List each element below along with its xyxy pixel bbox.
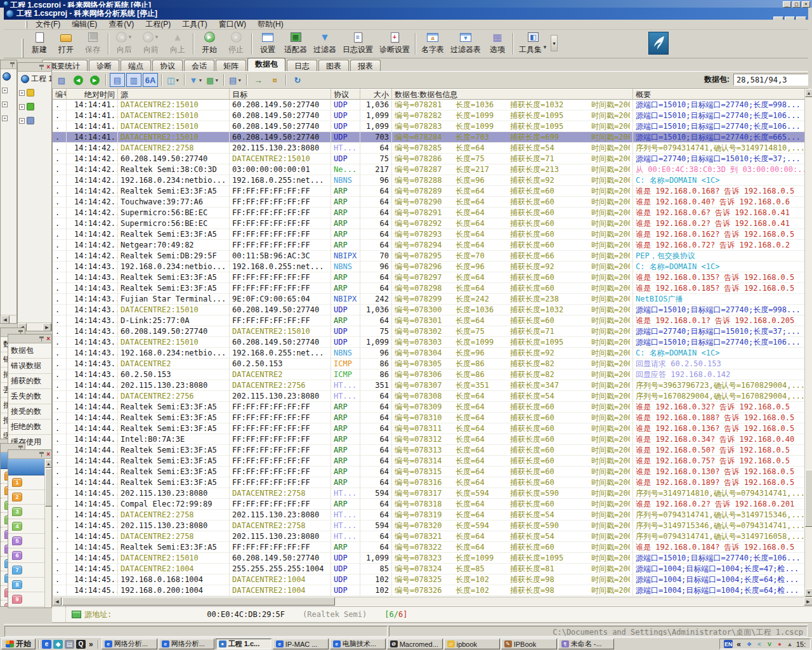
dropdown-arrow-icon[interactable]: ▼	[198, 78, 202, 83]
toolbar-overflow-button[interactable]: ▾	[551, 35, 558, 51]
packet-row[interactable]: .14:14:42...Netgear:70:49:82FF:FF:FF:FF:…	[53, 240, 805, 251]
column-header-6[interactable]: 数据包:数据包信息	[392, 89, 633, 100]
taskbar-task[interactable]: ØMacromed...	[387, 639, 443, 649]
vertical-scrollbar[interactable]: ▲ ▼	[804, 89, 812, 597]
menu-工程[interactable]: 工程(P)	[140, 18, 176, 30]
packet-row[interactable]: .14:14:44...Realtek Semi:E3:3F:A5FF:FF:F…	[53, 456, 805, 467]
tray-collapse-chevron[interactable]: «	[735, 640, 743, 649]
expand-icon[interactable]: +	[19, 118, 25, 124]
packet-row[interactable]: .14:14:43...192.168.0.234:netbio...192.1…	[53, 348, 805, 359]
tray-icon-3[interactable]: V	[765, 640, 774, 648]
name-table-button[interactable]: a名字表	[418, 30, 447, 57]
packet-row[interactable]: .14:14:42...Realtek Semi:E3:3F:A5FF:FF:F…	[53, 186, 805, 197]
graph-list-item[interactable]: 8	[8, 578, 44, 592]
packet-row[interactable]: .14:14:43...DATACENTRE2:1501060.208.149.…	[53, 337, 805, 348]
taskbar-task[interactable]: ▱ipbook	[444, 639, 500, 649]
dropdown-arrow-icon[interactable]: ▼	[542, 44, 547, 55]
display-options-button[interactable]: ▤▼	[228, 73, 243, 87]
tray-icon-5[interactable]: ▲	[785, 640, 794, 648]
packet-row[interactable]: .14:14:43...60.2.50.153DATACENTRE2ICMP86…	[53, 369, 805, 380]
column-header-4[interactable]: 协议	[331, 89, 360, 100]
tab-矩阵[interactable]: 矩阵	[216, 60, 246, 71]
statistic-item[interactable]: 拒绝的数	[8, 420, 51, 435]
horizontal-scroll-thumb[interactable]	[62, 597, 335, 606]
packet-row[interactable]: .14:14:42...192.168.0.234:netbio...192.1…	[53, 175, 805, 186]
start-button[interactable]: 开始	[1, 639, 36, 649]
packet-row[interactable]: .14:14:43...Fujian Star Terminal...9E:0F…	[53, 294, 805, 305]
packet-row[interactable]: .14:14:45...DATACENTRE2:2758202.115.130.…	[53, 510, 805, 521]
maximize-button[interactable]: □	[792, 1, 801, 8]
graph-list-item[interactable]: 5	[8, 534, 44, 548]
packet-row[interactable]: .14:14:45...202.115.130.23:8080DATACENTR…	[53, 488, 805, 499]
packet-row[interactable]: .14:14:45...192.168.0.200:1004DATACENTRE…	[53, 585, 805, 596]
scroll-right-button[interactable]: ▶	[43, 323, 51, 331]
go-back-button[interactable]: ◀	[70, 73, 86, 87]
packet-row[interactable]: .14:14:41...DATACENTRE2:1501060.208.149.…	[53, 100, 805, 110]
graph-list-item[interactable]: 7	[8, 563, 44, 578]
scroll-up-button[interactable]: ▲	[805, 89, 812, 97]
packet-row[interactable]: .14:14:44...Realtek Semi:E3:3F:A5FF:FF:F…	[53, 445, 805, 456]
packet-row[interactable]: .14:14:43...D-Link:25:77:0AFF:FF:FF:FF:F…	[53, 315, 805, 326]
statistic-item[interactable]: 数据包	[8, 343, 51, 359]
log-settings-button[interactable]: ≡日志设置	[339, 30, 376, 57]
dropdown-arrow-icon[interactable]: ▼	[175, 78, 180, 83]
hex-pane-toggle[interactable]: 6A	[143, 73, 158, 87]
toolbar-grip[interactable]	[22, 39, 23, 58]
taskbar-task[interactable]: e网络分析...	[159, 639, 214, 649]
packet-filter-button[interactable]: ▼▼	[188, 73, 204, 87]
filter-button[interactable]: ▼过滤器	[310, 30, 339, 57]
column-header-2[interactable]: 源	[118, 89, 230, 100]
packet-row[interactable]: .14:14:45...192.168.0.168:1004DATACENTRE…	[53, 574, 805, 585]
toolbar-grip[interactable]	[25, 21, 27, 29]
dropdown-arrow-icon[interactable]: ▼	[237, 78, 242, 83]
packet-row[interactable]: .14:14:45...Compal Elec:72:99:89FF:FF:FF…	[53, 499, 805, 510]
packet-row[interactable]: .14:14:42...Touchwave:39:77:A6FF:FF:FF:F…	[53, 197, 805, 208]
menu-编辑[interactable]: 编辑(E)	[66, 18, 103, 30]
packet-row[interactable]: .14:14:43...192.168.0.234:netbio...192.1…	[53, 262, 805, 272]
taskbar-task[interactable]: ¶未命名 -...	[558, 639, 614, 649]
graph-list-item[interactable]: 4	[8, 519, 44, 534]
menu-工具[interactable]: 工具(T)	[176, 18, 213, 30]
pin-icon[interactable]	[39, 64, 44, 70]
column-header-0[interactable]: 编号	[53, 89, 67, 100]
packet-display-button[interactable]: ▨	[54, 73, 69, 87]
packet-row[interactable]: .14:14:42...DATACENTRE2:2758202.115.130.…	[53, 143, 805, 154]
packet-row[interactable]: .14:14:44...Realtek Semi:E3:3F:A5FF:FF:F…	[53, 467, 805, 477]
scroll-down-button[interactable]: ▼	[805, 588, 812, 597]
menu-帮助[interactable]: 帮助(H)	[252, 18, 289, 30]
packet-row[interactable]: .14:14:45...202.115.130.23:8080DATACENTR…	[53, 521, 805, 531]
tray-icon-2[interactable]: <	[755, 640, 764, 648]
dropdown-arrow-icon[interactable]: ▼	[128, 34, 133, 40]
tab-日志[interactable]: 日志	[287, 60, 317, 71]
packet-row[interactable]: .14:14:44...202.115.130.23:8080DATACENTR…	[53, 380, 805, 391]
expand-icon[interactable]: +	[2, 88, 8, 93]
language-indicator[interactable]: EN	[724, 640, 733, 648]
column-header-7[interactable]: 概要	[633, 89, 805, 100]
diagnostic-settings-button[interactable]: +诊断设置	[376, 30, 413, 57]
tray-icon-1[interactable]: ❖	[745, 640, 754, 648]
packet-row[interactable]: .14:14:41...DATACENTRE2:1501060.208.149.…	[53, 132, 805, 143]
packet-row[interactable]: .14:14:42...60.208.149.50:27740DATACENTR…	[53, 154, 805, 164]
packet-row[interactable]: .14:14:45...DATACENTRE2:2758202.115.130.…	[53, 531, 805, 542]
packet-row[interactable]: .14:14:44...Realtek Semi:E3:3F:A5FF:FF:F…	[53, 402, 805, 413]
taskbar-task[interactable]: ●工程 1.c...	[216, 639, 272, 649]
graph-list-item[interactable]: 3	[8, 505, 44, 519]
statistic-item[interactable]: 错误数据	[8, 359, 51, 374]
packet-row[interactable]: .14:14:44...DATACENTRE2:2756202.115.130.…	[53, 391, 805, 402]
auto-refresh-button[interactable]: ↻	[290, 73, 305, 87]
tab-诊断[interactable]: 诊断	[89, 60, 119, 71]
packet-row[interactable]: .14:14:43...Realtek Semi:E3:3F:A5FF:FF:F…	[53, 283, 805, 294]
filter-table-button[interactable]: ▼过滤器表	[447, 30, 484, 57]
quicklaunch-overflow-chevron[interactable]: »	[87, 640, 95, 649]
pin-icon[interactable]	[10, 62, 15, 67]
statistic-item[interactable]: 接受的数	[8, 404, 51, 420]
packet-row[interactable]: .14:14:44...Realtek Semi:E3:3F:A5FF:FF:F…	[53, 413, 805, 423]
open-button[interactable]: 打开	[53, 30, 79, 57]
packet-row[interactable]: .14:14:43...DATACENTRE2:1501060.208.149.…	[53, 305, 805, 315]
packet-row[interactable]: .14:14:43...DATACENTRE260.2.50.153ICMP86…	[53, 359, 805, 369]
close-panel-icon[interactable]: ×	[46, 451, 50, 457]
menu-窗口[interactable]: 窗口(W)	[213, 18, 252, 30]
taskbar-task[interactable]: eIP-MAC ...	[273, 639, 329, 649]
menu-查看[interactable]: 查看(V)	[103, 18, 140, 30]
pin-icon[interactable]	[39, 451, 44, 457]
